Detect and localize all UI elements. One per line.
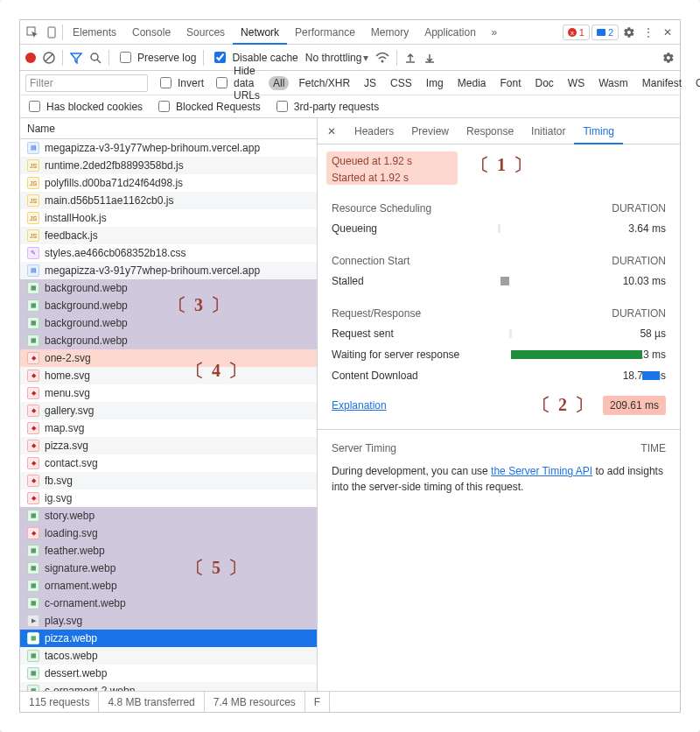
js-file-icon: JS: [27, 194, 39, 207]
main-tab-network[interactable]: Network: [233, 20, 287, 45]
request-row[interactable]: ▤megapizza-v3-91y77whep-brihoum.vercel.a…: [20, 262, 317, 279]
type-chip-doc[interactable]: Doc: [530, 76, 557, 90]
third-party-checkbox[interactable]: 3rd-party requests: [273, 98, 379, 115]
request-row[interactable]: ◆ig.svg: [20, 489, 317, 507]
blocked-cookies-checkbox[interactable]: Has blocked cookies: [25, 98, 143, 115]
media-file-icon: ▶: [27, 615, 39, 627]
request-name: runtime.2ded2fb8899358bd.js: [45, 159, 184, 172]
detail-tab-timing[interactable]: Timing: [574, 118, 623, 144]
request-row[interactable]: ◆pizza.svg: [20, 437, 317, 454]
server-timing-header: Server Timing: [332, 442, 396, 454]
record-icon[interactable]: [25, 53, 36, 63]
request-name: pizza.svg: [45, 440, 88, 452]
request-row[interactable]: ◆one-2.svg: [20, 349, 317, 367]
wifi-icon[interactable]: [375, 52, 389, 64]
explanation-link[interactable]: Explanation: [332, 399, 387, 412]
type-chip-js[interactable]: JS: [360, 76, 381, 90]
main-tab-elements[interactable]: Elements: [65, 20, 124, 45]
request-row[interactable]: ▦tacos.webp: [20, 647, 317, 665]
request-row[interactable]: ◆menu.svg: [20, 384, 317, 402]
type-chip-ws[interactable]: WS: [564, 76, 589, 90]
request-row[interactable]: ◆home.svg: [20, 367, 317, 384]
invert-checkbox[interactable]: Invert: [157, 74, 204, 91]
request-row[interactable]: ▦background.webp: [20, 314, 317, 332]
img-file-icon: ▦: [27, 580, 39, 592]
status-bar: 115 requests 4.8 MB transferred 7.4 MB r…: [20, 691, 680, 712]
type-chip-all[interactable]: All: [269, 76, 289, 90]
request-name: contact.svg: [45, 457, 98, 469]
request-row[interactable]: ◆loading.svg: [20, 524, 317, 542]
clear-icon[interactable]: [43, 52, 55, 64]
request-row[interactable]: JSmain.d56b511ae1162cb0.js: [20, 192, 317, 209]
request-row[interactable]: ◆gallery.svg: [20, 402, 317, 419]
inspect-icon[interactable]: [24, 24, 41, 41]
main-tab-memory[interactable]: Memory: [363, 20, 416, 45]
type-chip-wasm[interactable]: Wasm: [594, 76, 633, 90]
request-row[interactable]: ▦ornament.webp: [20, 577, 317, 595]
img-file-icon: ▦: [27, 597, 39, 609]
name-column-header[interactable]: Name: [20, 118, 317, 139]
request-row[interactable]: ▦signature.webp: [20, 560, 317, 577]
type-chip-media[interactable]: Media: [453, 76, 491, 90]
more-tabs-icon[interactable]: »: [486, 24, 503, 41]
request-row[interactable]: ◆fb.svg: [20, 472, 317, 489]
timing-row: Content Download18.75 ms: [332, 365, 666, 386]
type-chip-font[interactable]: Font: [495, 76, 525, 90]
close-icon[interactable]: ✕: [659, 24, 676, 41]
main-tab-console[interactable]: Console: [124, 20, 178, 45]
settings-gear-icon[interactable]: [662, 52, 675, 64]
main-tab-performance[interactable]: Performance: [287, 20, 363, 45]
request-row[interactable]: ▦dessert.webp: [20, 665, 317, 682]
request-name: signature.webp: [45, 562, 116, 574]
request-row[interactable]: JSinstallHook.js: [20, 209, 317, 227]
device-icon[interactable]: [43, 24, 60, 41]
request-name: styles.ae466cb068352b18.css: [45, 247, 186, 259]
request-row[interactable]: ▦feather.webp: [20, 542, 317, 560]
request-row[interactable]: ◆contact.svg: [20, 454, 317, 472]
preserve-log-checkbox[interactable]: Preserve log: [116, 49, 196, 66]
img-file-icon: ▦: [27, 685, 39, 691]
disable-cache-checkbox[interactable]: Disable cache: [211, 49, 298, 66]
throttling-select[interactable]: No throttling ▾: [305, 52, 369, 64]
server-timing-api-link[interactable]: the Server Timing API: [491, 465, 592, 477]
search-icon[interactable]: [89, 52, 102, 64]
request-row[interactable]: ▦background.webp: [20, 332, 317, 349]
settings-icon[interactable]: [620, 24, 638, 41]
request-row[interactable]: JSruntime.2ded2fb8899358bd.js: [20, 157, 317, 174]
request-row[interactable]: ▶play.svg: [20, 612, 317, 630]
type-chip-fetch-xhr[interactable]: Fetch/XHR: [294, 76, 354, 90]
request-row[interactable]: JSfeedback.js: [20, 227, 317, 244]
type-chip-other[interactable]: Other: [691, 76, 700, 90]
timing-label: Waiting for server response: [332, 349, 463, 361]
main-tab-application[interactable]: Application: [416, 20, 484, 45]
request-row[interactable]: ▦pizza.webp: [20, 630, 317, 647]
type-chip-img[interactable]: Img: [422, 76, 448, 90]
request-name: installHook.js: [45, 212, 107, 224]
errors-badge[interactable]: x 1: [563, 25, 590, 40]
filter-icon[interactable]: [70, 52, 82, 64]
close-detail-icon[interactable]: ✕: [321, 125, 342, 137]
kebab-icon[interactable]: ⋮: [640, 24, 657, 41]
request-row[interactable]: ◆map.svg: [20, 419, 317, 437]
type-chip-css[interactable]: CSS: [386, 76, 416, 90]
detail-tab-preview[interactable]: Preview: [402, 118, 458, 144]
request-row[interactable]: ▤megapizza-v3-91y77whep-brihoum.vercel.a…: [20, 139, 317, 157]
type-chip-manifest[interactable]: Manifest: [638, 76, 686, 90]
request-row[interactable]: ✎styles.ae466cb068352b18.css: [20, 244, 317, 262]
svg-file-icon: ◆: [27, 352, 39, 364]
request-name: megapizza-v3-91y77whep-brihoum.vercel.ap…: [45, 142, 260, 154]
main-tab-sources[interactable]: Sources: [178, 20, 233, 45]
download-icon[interactable]: [424, 52, 436, 64]
upload-icon[interactable]: [404, 52, 416, 64]
request-row[interactable]: ▦c-ornament-2.webp: [20, 682, 317, 691]
detail-tab-response[interactable]: Response: [458, 118, 522, 144]
filter-input[interactable]: Filter: [25, 74, 148, 92]
img-file-icon: ▦: [27, 299, 39, 312]
blocked-requests-checkbox[interactable]: Blocked Requests: [155, 98, 261, 115]
detail-tab-headers[interactable]: Headers: [346, 118, 402, 144]
request-row[interactable]: JSpolyfills.d00ba71d24f64d98.js: [20, 174, 317, 192]
request-row[interactable]: ▦story.webp: [20, 507, 317, 524]
detail-tab-initiator[interactable]: Initiator: [522, 118, 574, 144]
request-row[interactable]: ▦c-ornament.webp: [20, 595, 317, 612]
issues-badge[interactable]: 2: [592, 25, 619, 40]
